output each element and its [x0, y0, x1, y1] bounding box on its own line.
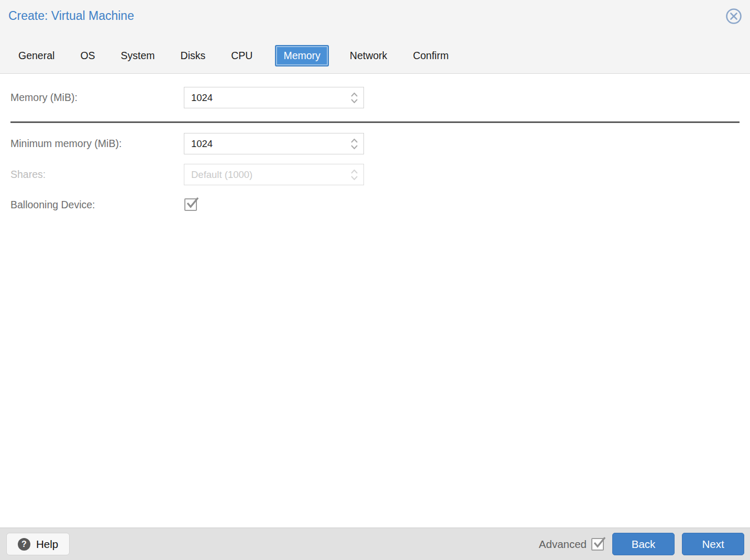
memory-field: [184, 87, 364, 108]
memory-input[interactable]: [184, 87, 363, 108]
wizard-tab-bar: General OS System Disks CPU Memory Netwo…: [18, 43, 475, 68]
min-memory-spinner: [350, 138, 358, 149]
memory-spinner: [350, 92, 358, 103]
advanced-section-divider: [10, 121, 740, 123]
close-icon: [725, 7, 743, 27]
next-button[interactable]: Next: [682, 533, 744, 555]
spinner-up-icon: [350, 169, 358, 174]
help-button-label: Help: [36, 538, 58, 551]
shares-field: [184, 164, 364, 185]
spinner-down-icon: [350, 175, 358, 180]
memory-label: Memory (MiB):: [10, 92, 78, 104]
footer-actions: Advanced Back Next: [539, 533, 744, 555]
spinner-down-icon[interactable]: [350, 144, 358, 149]
tab-general[interactable]: General: [18, 46, 54, 66]
shares-input: [184, 164, 363, 185]
min-memory-input[interactable]: [184, 133, 363, 154]
ballooning-label: Ballooning Device:: [10, 199, 95, 211]
create-vm-dialog: Create: Virtual Machine General OS Syste…: [0, 0, 750, 560]
spinner-up-icon[interactable]: [350, 138, 358, 143]
shares-spinner: [350, 169, 358, 180]
tab-network[interactable]: Network: [350, 46, 388, 66]
dialog-footer: ? Help Advanced Back Next: [0, 528, 750, 560]
min-memory-label: Minimum memory (MiB):: [10, 138, 122, 150]
spinner-up-icon[interactable]: [350, 92, 358, 97]
tab-confirm[interactable]: Confirm: [413, 46, 448, 66]
min-memory-field: [184, 133, 364, 154]
tab-memory[interactable]: Memory: [275, 45, 328, 66]
tab-os[interactable]: OS: [80, 46, 95, 66]
close-button[interactable]: [724, 8, 743, 27]
back-button[interactable]: Back: [612, 533, 675, 555]
shares-label: Shares:: [10, 169, 46, 181]
spinner-down-icon[interactable]: [350, 98, 358, 103]
tab-system[interactable]: System: [121, 46, 155, 66]
ballooning-checkbox[interactable]: [184, 198, 197, 211]
help-button[interactable]: ? Help: [6, 533, 70, 555]
help-question-icon: ?: [18, 538, 30, 551]
dialog-header: Create: Virtual Machine General OS Syste…: [0, 0, 750, 74]
tab-cpu[interactable]: CPU: [231, 46, 252, 66]
dialog-title: Create: Virtual Machine: [8, 9, 134, 23]
advanced-toggle-group: Advanced: [539, 538, 604, 551]
advanced-checkbox[interactable]: [591, 538, 604, 551]
advanced-label: Advanced: [539, 538, 587, 551]
tab-disks[interactable]: Disks: [181, 46, 206, 66]
